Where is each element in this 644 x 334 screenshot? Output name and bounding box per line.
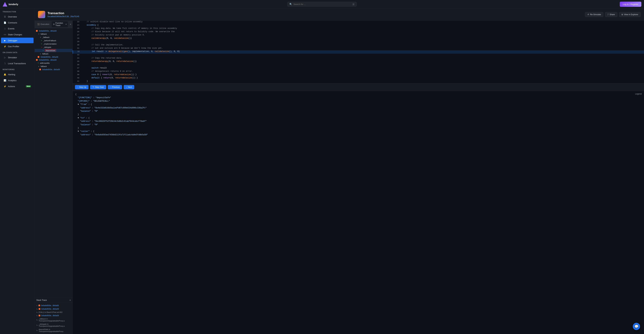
share-icon: ⤴ [608, 13, 608, 16]
tx-hash[interactable]: 0xca8dd33850e29cf138...26a70145 [48, 15, 79, 18]
panel-tabs: ⬛ Execution ⊙ Function Trace ▾ × [35, 21, 72, 28]
sidebar-item-events[interactable]: □ Events [1, 26, 34, 31]
json-line: "address" : "0x6a6d593ed7458b8213fa71f1l… [75, 133, 641, 136]
bell-icon: 🔔 [4, 73, 6, 76]
code-line: 28 calldatacopy(0, 0, calldatasize()) [73, 37, 644, 40]
resimulate-label: Re-Simulate [590, 13, 601, 16]
next-button[interactable]: ↓ Next [124, 85, 134, 89]
previous-button[interactable]: ↑ Previous [108, 85, 122, 89]
tree-item[interactable]: + _beforeFallback [35, 39, 72, 42]
tree-item[interactable]: ▸ fallback [35, 52, 72, 55]
step-over-icon: ↷ [92, 86, 94, 88]
code-line: 23 // solhint-disable-next-line no-inlin… [73, 21, 644, 24]
addr-icon [38, 56, 39, 58]
expand-icon: ▸ [39, 53, 42, 55]
tree-item[interactable]: 0x6a6d593e...0b5a58 [35, 29, 72, 32]
main-content: Transaction 0xca8dd33850e29cf138...26a70… [35, 8, 644, 334]
code-line: 33 [73, 54, 644, 57]
share-button[interactable]: ⤴ Share [605, 12, 617, 17]
tree-item-deposit-safe[interactable]: + depositSafe [35, 49, 72, 52]
resimulate-button[interactable]: ↺ Re-Simulate [585, 12, 604, 17]
json-line: "balance" : "0" [75, 110, 641, 113]
bar-chart2-icon: 📊 [4, 79, 6, 82]
legend-button[interactable]: Legend [635, 93, 642, 95]
login-button[interactable]: Log in / Register [620, 2, 641, 7]
code-line: 26 // block because it will not return t… [73, 30, 644, 34]
tree-item[interactable]: ▾ fallback [35, 32, 72, 36]
tree-item[interactable]: ▾ _fallback [35, 36, 72, 39]
code-line: 24 assembly { [73, 24, 644, 27]
app-body: ‹ TRANSACTION ☰ Overview 📄 Contracts □ E… [0, 8, 644, 334]
arrow-icon: ↳ [36, 330, 38, 331]
tree-func-label: addLiquidity [40, 62, 50, 64]
tree-item[interactable]: 0x6a6d593e...0b5a58 [35, 55, 72, 58]
logo-text: tenderly [8, 3, 18, 5]
tx-title: Transaction [48, 11, 79, 15]
sidebar-label-gas-profiler: Gas Profiler [8, 45, 19, 48]
code-line: 38 // delegatecall returns 0 on error. [73, 70, 644, 73]
stack-item[interactable]: ↳ 0x6a6d593e...0b5a58 [35, 314, 72, 317]
stack-item[interactable]: ↳ 0x6a6d593e...0b5a58 [35, 307, 72, 311]
stack-func-label: _fallback in TransparentUpgradeableProxy… [39, 318, 71, 322]
beta-badge: Beta [26, 85, 31, 87]
sidebar-item-actions[interactable]: ⚡ Actions Beta [1, 83, 34, 89]
logo[interactable]: tenderly [3, 2, 18, 6]
stack-item[interactable]: ↳ depositSafe in TransparentUpgradeableP… [35, 328, 72, 333]
stack-item[interactable]: ↳ _fallback in TransparentUpgradeablePro… [35, 317, 72, 323]
tree-addr-label: 0x6a6d593e...0b5a58 [40, 56, 58, 58]
tab-function-trace[interactable]: ⊙ Function Trace ▾ [52, 21, 68, 27]
arrow-icon: ↳ [36, 315, 38, 317]
clock-icon: ⤵ [4, 62, 6, 65]
plus-icon: + [41, 39, 42, 42]
sidebar-item-local-transactions[interactable]: ⤵ Local Transactions [1, 60, 34, 66]
code-line: 31 // out and outsize are 0 because we d… [73, 47, 644, 50]
sidebar-item-analytics[interactable]: 📊 Analytics [1, 77, 34, 83]
search-input[interactable] [294, 3, 351, 5]
calendar-icon: □ [4, 27, 6, 30]
stack-item[interactable]: ○ 0x6a6d593e...0b5a58 [35, 304, 72, 307]
json-output-panel: Legend { "[FUNCTION]" : "depositSafe" "[… [73, 91, 644, 334]
step-up-button[interactable]: ↑ Step Up [75, 85, 88, 89]
chat-bubble[interactable]: 💬 [633, 323, 640, 330]
stack-item[interactable]: ↳ _delegate in TransparentUpgradeablePro… [35, 323, 72, 328]
tree-item[interactable]: + _implementation [35, 42, 72, 45]
tree-item[interactable]: ▸ fallback [35, 65, 72, 68]
top-nav: tenderly 🔍 / Log in / Register [0, 0, 644, 8]
plus-icon: + [42, 49, 44, 52]
chat-icon: 💬 [634, 325, 638, 329]
code-line: 35 returndatacopy(0, 0, returndatasize()… [73, 60, 644, 63]
json-line: { [75, 93, 641, 96]
sidebar-item-debugger[interactable]: ▶ Debugger [1, 38, 34, 43]
previous-arrow-icon: ↑ [110, 86, 111, 88]
tab-execution[interactable]: ⬛ Execution [36, 22, 51, 26]
sidebar-item-alerting[interactable]: 🔔 Alerting [1, 72, 34, 77]
search-bar[interactable]: 🔍 / [287, 2, 357, 6]
sidebar-label-alerting: Alerting [8, 73, 15, 76]
step-controls: ↑ Step Up ↷ Step Over ↑ Previous ↓ Next [73, 83, 644, 91]
sidebar-item-simulator[interactable]: ▷ Simulator [1, 55, 34, 60]
code-line: 36 [73, 63, 644, 67]
function-trace-icon: ⊙ [53, 23, 55, 25]
resimulate-icon: ↺ [587, 13, 589, 16]
tree-item[interactable]: 0x6a6d593e...0b5a58 [35, 58, 72, 61]
panel-close-icon[interactable]: × [70, 23, 71, 25]
stack-func-label: _delegate in TransparentUpgradeableProxy… [39, 323, 71, 327]
json-line: "address" : "0xc06826f52f29b34c5d8b2c61a… [75, 120, 641, 123]
stack-close-icon[interactable]: × [70, 299, 71, 302]
left-panel: ⬛ Execution ⊙ Function Trace ▾ × 0 [35, 21, 73, 334]
sidebar-item-contracts[interactable]: 📄 Contracts [1, 20, 34, 25]
previous-label: Previous [112, 86, 120, 88]
sidebar-item-gas-profiler[interactable]: ⚡ Gas Profiler [1, 43, 34, 49]
deposit-safe-label: depositSafe [45, 49, 56, 52]
expand-icon: ▸ [38, 65, 40, 67]
sidebar-item-overview[interactable]: ☰ Overview [1, 14, 34, 19]
stack-item[interactable]: ↳ [CALL] in BaseV1Pair.sol:402 [35, 311, 72, 314]
tree-item[interactable]: − _delegate [35, 45, 72, 49]
stack-addr: 0x6a6d593e...0b5a58 [41, 308, 59, 310]
tree-item[interactable]: + addLiquidity [35, 61, 72, 65]
step-over-button[interactable]: ↷ Step Over [90, 85, 106, 89]
view-explorer-button[interactable]: ⧉ View in Explorer [619, 12, 641, 17]
sidebar-item-state-changes[interactable]: <> State Changes [1, 32, 34, 37]
share-label: Share [610, 13, 615, 16]
tree-item[interactable]: 0x6a6d593e...0b5a58 [35, 68, 72, 71]
